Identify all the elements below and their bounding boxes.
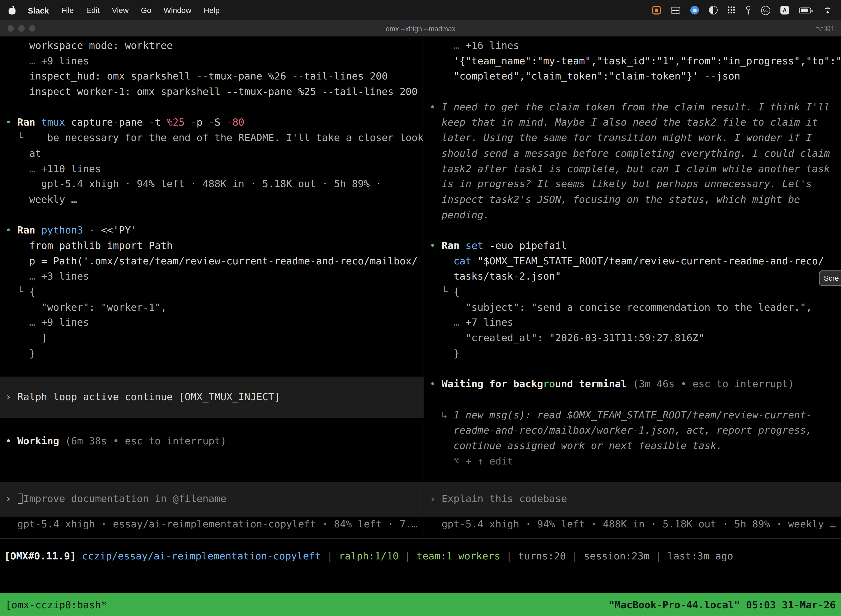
terminal-line: • Ran tmux capture-pane -t %25 -p -S -80: [0, 115, 424, 131]
screen-share-popover[interactable]: Scre: [819, 270, 841, 286]
traffic-lights: [7, 25, 35, 31]
window-shortcut: ⌥⌘1: [816, 24, 834, 32]
menu-edit[interactable]: Edit: [86, 6, 100, 14]
terminal-line: • Waiting for background terminal (3m 46…: [424, 377, 841, 392]
terminal-line: inspect_worker-1: omx sparkshell --tmux-…: [0, 84, 424, 100]
terminal-line: later. Using the same for transition mig…: [424, 131, 841, 146]
terminal-line: • I need to get the claim token from the…: [424, 100, 841, 115]
terminal-line: }: [0, 346, 424, 361]
terminal-line: gpt-5.4 xhigh · essay/ai-reimplementatio…: [0, 517, 424, 532]
terminal-line: should send a message before completing …: [424, 146, 841, 161]
right-pane-bottom: › Explain this codebase gpt-5.4 xhigh · …: [424, 482, 841, 532]
terminal-line: inspect_hud: omx sparkshell --tmux-pane …: [0, 69, 424, 84]
terminal-line: [0, 100, 424, 115]
menu-window[interactable]: Window: [164, 6, 191, 14]
terminal-line: [0, 207, 424, 223]
terminal-line: inspect task2's JSON, focusing on the st…: [424, 192, 841, 208]
left-pane-bottom: › Improve documentation in @filename gpt…: [0, 482, 424, 532]
terminal-line: ]: [0, 331, 424, 346]
blue-app-icon[interactable]: [690, 6, 699, 14]
minimize-button[interactable]: [18, 25, 25, 31]
terminal-line: "subject": "send a concise recommendatio…: [424, 300, 841, 315]
terminal-line: … +110 lines: [0, 161, 424, 177]
terminal-line: … +9 lines: [0, 54, 424, 69]
terminal[interactable]: workspace_mode: worktree … +9 lines insp…: [0, 37, 841, 538]
apple-menu-icon[interactable]: [9, 6, 15, 14]
terminal-line: tasks/task-2.json": [424, 269, 841, 285]
terminal-line: └ {: [424, 284, 841, 300]
terminal-line: from pathlib import Path: [0, 238, 424, 254]
terminal-line: … +9 lines: [0, 315, 424, 331]
left-terminal-pane[interactable]: workspace_mode: worktree … +9 lines insp…: [0, 37, 424, 538]
terminal-line: gpt-5.4 xhigh · 94% left · 488K in · 5.1…: [0, 177, 424, 192]
terminal-line: continue assigned work or next feasible …: [424, 438, 841, 454]
terminal-line: • Ran set -euo pipefail: [424, 238, 841, 254]
terminal-line: p = Path('.omx/state/team/review-current…: [0, 254, 424, 269]
terminal-line: cat "$OMX_TEAM_STATE_ROOT/team/review-cu…: [424, 254, 841, 269]
terminal-line: › Explain this codebase: [424, 491, 841, 507]
right-pane-content: … +16 lines '{"team_name":"my-team","tas…: [424, 37, 841, 469]
menu-file[interactable]: File: [61, 6, 74, 14]
terminal-line: [424, 84, 841, 100]
status-divider: [0, 538, 841, 539]
window-manager-icon[interactable]: [671, 7, 680, 13]
dots-grid-icon[interactable]: [728, 6, 736, 14]
terminal-line: › Ralph loop active continue [OMX_TMUX_I…: [0, 390, 424, 405]
terminal-line: [0, 361, 424, 377]
menu-app-name[interactable]: Slack: [28, 6, 49, 15]
text-cursor: [18, 493, 23, 505]
terminal-line: [424, 361, 841, 377]
terminal-line: '{"team_name":"my-team","task_id":"1","f…: [424, 54, 841, 69]
terminal-line: └ {: [0, 284, 424, 300]
terminal-line: readme-and-reco/mailbox/worker-1.json, a…: [424, 423, 841, 438]
tmux-host-clock: "MacBook-Pro-44.local" 05:03 31-Mar-26: [609, 599, 836, 610]
battery-icon[interactable]: [799, 7, 811, 13]
left-pane-content: workspace_mode: worktree … +9 lines insp…: [0, 37, 424, 449]
macos-menu-bar: Slack File Edit View Go Window Help 61 A: [0, 0, 841, 21]
badge-61-icon[interactable]: 61: [761, 6, 770, 15]
terminal-line: is in progress? It seems likely but perh…: [424, 177, 841, 192]
terminal-line: ↳ 1 new msg(s): read $OMX_TEAM_STATE_ROO…: [424, 407, 841, 423]
omx-status-line: [OMX#0.11.9] cczip/essay/ai-reimplementa…: [0, 549, 841, 564]
key-icon[interactable]: [746, 6, 751, 15]
terminal-line: • Working (6m 38s • esc to interrupt): [0, 433, 424, 449]
terminal-line: gpt-5.4 xhigh · 94% left · 488K in · 5.1…: [424, 517, 841, 532]
prompt-input-box[interactable]: › Explain this codebase: [424, 482, 841, 517]
prompt-input-box[interactable]: › Improve documentation in @filename: [0, 482, 424, 517]
terminal-line: … +3 lines: [0, 269, 424, 285]
zoom-button[interactable]: [29, 25, 35, 31]
menu-help[interactable]: Help: [204, 6, 220, 14]
terminal-line: "worker": "worker-1",: [0, 300, 424, 315]
screen-record-indicator-icon[interactable]: [652, 6, 661, 14]
terminal-line: • Ran python3 - <<'PY': [0, 223, 424, 238]
terminal-line: "created_at": "2026-03-31T11:59:27.816Z": [424, 331, 841, 346]
terminal-line: [424, 223, 841, 238]
tmux-status-bar: [omx-cczip0:bash* "MacBook-Pro-44.local"…: [0, 593, 841, 616]
wifi-icon[interactable]: [823, 7, 832, 13]
terminal-line: pending.: [424, 207, 841, 223]
terminal-line: … +16 lines: [424, 38, 841, 54]
terminal-line: keep that in mind. Maybe I also need the…: [424, 115, 841, 131]
window-title: omx --xhigh --madmax: [0, 24, 841, 32]
right-terminal-pane[interactable]: … +16 lines '{"team_name":"my-team","tas…: [424, 37, 841, 538]
terminal-line: › Improve documentation in @filename: [0, 491, 424, 507]
close-button[interactable]: [7, 25, 14, 31]
input-source-icon[interactable]: A: [780, 6, 789, 14]
terminal-line: [424, 392, 841, 408]
terminal-line: at: [0, 146, 424, 161]
terminal-line: [0, 418, 424, 433]
tmux-session-label: [omx-cczip0:bash*: [5, 599, 107, 610]
menu-go[interactable]: Go: [141, 6, 151, 14]
terminal-line: └ be necessary for the end of the README…: [0, 131, 424, 146]
terminal-line: }: [424, 346, 841, 361]
terminal-line: "completed","claim_token":"claim-token"}…: [424, 69, 841, 84]
terminal-line: workspace_mode: worktree: [0, 38, 424, 54]
screen: Slack File Edit View Go Window Help 61 A: [0, 0, 841, 616]
terminal-line: task2 after task1 is complete, but can I…: [424, 161, 841, 177]
contrast-app-icon[interactable]: [709, 6, 718, 14]
menu-view[interactable]: View: [112, 6, 129, 14]
terminal-line: weekly …: [0, 192, 424, 208]
window-title-bar[interactable]: omx --xhigh --madmax ⌥⌘1: [0, 21, 841, 37]
terminal-line: ⌥ + ↑ edit: [424, 454, 841, 469]
message-box: › Ralph loop active continue [OMX_TMUX_I…: [0, 377, 424, 418]
